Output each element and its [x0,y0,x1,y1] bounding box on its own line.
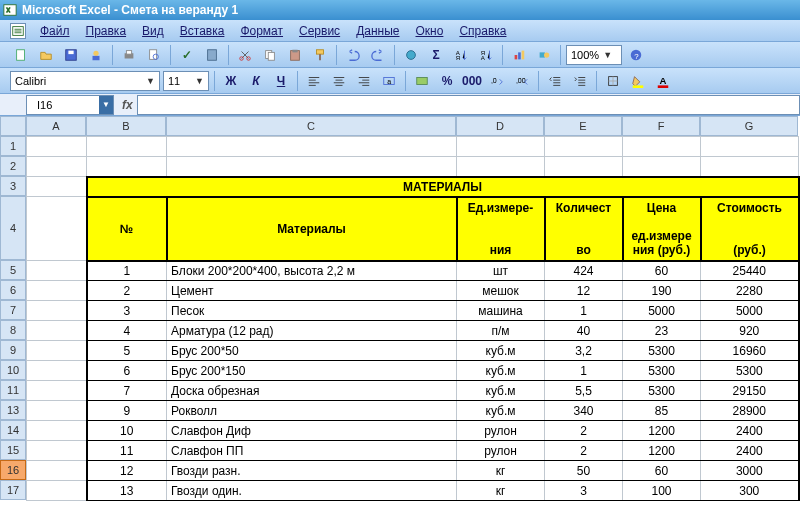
column-header-B[interactable]: B [86,116,166,136]
comma-style-icon[interactable]: 000 [461,70,483,92]
svg-rect-4 [68,50,73,54]
menu-help[interactable]: Справка [451,22,514,40]
row-header-5[interactable]: 5 [0,260,26,280]
svg-rect-8 [126,50,131,54]
sort-desc-icon[interactable]: ЯА [475,44,497,66]
hyperlink-icon[interactable] [400,44,422,66]
zoom-combo[interactable]: 100%▼ [566,45,622,65]
redo-icon[interactable] [367,44,389,66]
column-header-D[interactable]: D [456,116,544,136]
column-header-C[interactable]: C [166,116,456,136]
column-header-G[interactable]: G [700,116,798,136]
svg-text:Я: Я [456,54,460,61]
menu-window[interactable]: Окно [407,22,451,40]
row-header-10[interactable]: 10 [0,360,26,380]
merge-center-icon[interactable]: a [378,70,400,92]
font-combo[interactable]: Calibri▼ [10,71,160,91]
increase-indent-icon[interactable] [569,70,591,92]
currency-icon[interactable] [411,70,433,92]
menu-file[interactable]: Файл [32,22,78,40]
align-center-icon[interactable] [328,70,350,92]
new-file-icon[interactable] [10,44,32,66]
table-row: 1Блоки 200*200*400, высота 2,2 мшт424602… [27,261,799,281]
name-box-dropdown-icon[interactable]: ▼ [99,96,113,114]
decrease-indent-icon[interactable] [544,70,566,92]
research-icon[interactable] [201,44,223,66]
decrease-decimal-icon[interactable]: ,00 [511,70,533,92]
autosum-icon[interactable]: Σ [425,44,447,66]
increase-decimal-icon[interactable]: ,0 [486,70,508,92]
format-painter-icon[interactable] [309,44,331,66]
svg-rect-34 [417,77,428,84]
svg-rect-15 [268,52,274,60]
column-header-A[interactable]: A [26,116,86,136]
menu-view[interactable]: Вид [134,22,172,40]
italic-icon[interactable]: К [245,70,267,92]
name-box[interactable]: I16 ▼ [26,95,114,115]
borders-icon[interactable] [602,70,624,92]
print-preview-icon[interactable] [143,44,165,66]
menu-insert[interactable]: Вставка [172,22,233,40]
row-header-8[interactable]: 8 [0,320,26,340]
menu-edit[interactable]: Правка [78,22,135,40]
row-header-17[interactable]: 17 [0,480,26,500]
table-row: 4Арматура (12 рад)п/м4023920 [27,321,799,341]
bold-icon[interactable]: Ж [220,70,242,92]
row-header-4[interactable]: 4 [0,196,26,260]
svg-rect-11 [208,49,217,60]
table-row: 7Доска обрезнаякуб.м5,5530029150 [27,381,799,401]
column-header-F[interactable]: F [622,116,700,136]
copy-icon[interactable] [259,44,281,66]
row-header-16[interactable]: 16 [0,460,26,480]
chart-wizard-icon[interactable] [508,44,530,66]
font-color-icon[interactable]: А [652,70,674,92]
fill-color-icon[interactable] [627,70,649,92]
menu-data[interactable]: Данные [348,22,407,40]
column-header-E[interactable]: E [544,116,622,136]
menu-tools[interactable]: Сервис [291,22,348,40]
row-header-7[interactable]: 7 [0,300,26,320]
formula-bar: I16 ▼ fx [0,94,800,116]
header-material: Материалы [167,197,457,261]
print-icon[interactable] [118,44,140,66]
save-icon[interactable] [60,44,82,66]
drawing-icon[interactable] [533,44,555,66]
align-right-icon[interactable] [353,70,375,92]
titlebar: Microsoft Excel - Смета на веранду 1 [0,0,800,20]
svg-text:a: a [387,77,391,84]
open-file-icon[interactable] [35,44,57,66]
underline-icon[interactable]: Ч [270,70,292,92]
row-header-15[interactable]: 15 [0,440,26,460]
svg-point-20 [407,50,416,59]
table-row: 12Гвозди разн.кг50603000 [27,461,799,481]
fx-icon[interactable]: fx [122,98,133,112]
cut-icon[interactable] [234,44,256,66]
svg-rect-26 [518,52,521,59]
align-left-icon[interactable] [303,70,325,92]
menu-format[interactable]: Формат [232,22,291,40]
grid-cells[interactable]: МАТЕРИАЛЫ № Материалы Ед.измере-ния Коли… [26,136,800,501]
row-header-13[interactable]: 13 [0,400,26,420]
select-all-corner[interactable] [0,116,26,136]
row-header-1[interactable]: 1 [0,136,26,156]
row-header-9[interactable]: 9 [0,340,26,360]
row-header-11[interactable]: 11 [0,380,26,400]
row-header-3[interactable]: 3 [0,176,26,196]
row-header-2[interactable]: 2 [0,156,26,176]
workbook-control-icon[interactable] [10,23,26,39]
percent-icon[interactable]: % [436,70,458,92]
row-header-14[interactable]: 14 [0,420,26,440]
spellcheck-icon[interactable]: ✓ [176,44,198,66]
permissions-icon[interactable] [85,44,107,66]
sort-asc-icon[interactable]: АЯ [450,44,472,66]
undo-icon[interactable] [342,44,364,66]
paste-icon[interactable] [284,44,306,66]
font-size-combo[interactable]: 11▼ [163,71,209,91]
svg-text:?: ? [634,51,639,60]
table-row: 9Рокволлкуб.м3408528900 [27,401,799,421]
svg-rect-27 [522,50,525,59]
row-header-6[interactable]: 6 [0,280,26,300]
help-icon[interactable]: ? [625,44,647,66]
formula-input[interactable] [137,95,800,115]
header-num: № [87,197,167,261]
